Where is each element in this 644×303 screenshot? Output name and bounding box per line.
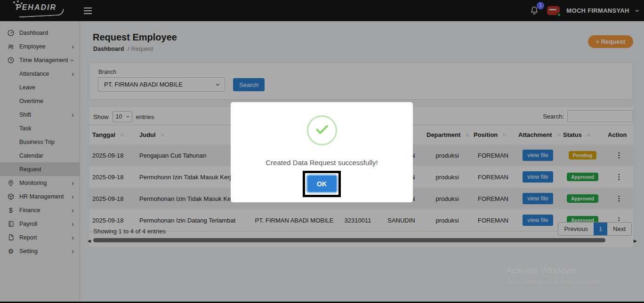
modal-message: Created Data Request successfully! [231,159,413,167]
success-circle [307,115,337,145]
success-check-icon [314,121,330,140]
click-target-annotation-box [303,171,341,197]
app-window: PEHADIR 1 MOCH FIRMANSYAH › [0,0,644,303]
